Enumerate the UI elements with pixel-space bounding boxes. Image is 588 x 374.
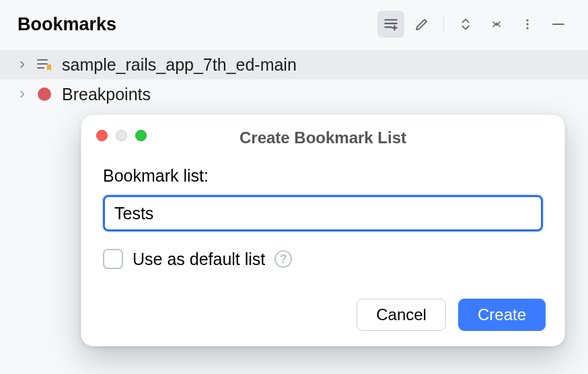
bookmark-list-label: Bookmark list: (103, 166, 543, 186)
kebab-icon (521, 17, 534, 31)
chevron-right-icon (17, 89, 27, 99)
pencil-icon (414, 16, 430, 32)
add-list-button[interactable] (377, 11, 404, 38)
help-icon[interactable]: ? (274, 250, 292, 268)
use-default-label: Use as default list (133, 250, 265, 269)
bookmarks-panel: Bookmarks (0, 0, 588, 374)
tree-item-project[interactable]: sample_rails_app_7th_ed-main (0, 50, 588, 79)
svg-point-12 (38, 87, 51, 101)
window-controls (96, 130, 147, 141)
dialog-button-row: Cancel Create (357, 299, 546, 331)
toolbar-divider (443, 15, 444, 33)
expand-collapse-button[interactable] (452, 11, 479, 38)
bookmark-list-input[interactable] (103, 195, 543, 231)
window-zoom-button[interactable] (135, 130, 147, 141)
window-close-button[interactable] (96, 130, 108, 141)
close-icon (490, 17, 503, 31)
use-default-checkbox[interactable] (103, 249, 123, 269)
expand-collapse-icon (458, 17, 473, 32)
svg-point-7 (526, 27, 528, 29)
more-options-button[interactable] (514, 11, 541, 38)
dialog-body: Bookmark list: Use as default list ? (81, 153, 564, 269)
tree-item-label: sample_rails_app_7th_ed-main (62, 55, 297, 75)
minimize-icon (550, 16, 566, 32)
create-button[interactable]: Create (458, 299, 546, 331)
cancel-button[interactable]: Cancel (357, 299, 446, 331)
bookmark-list-icon (35, 55, 54, 74)
breakpoint-icon (35, 85, 54, 104)
panel-title: Bookmarks (17, 14, 116, 35)
tree-item-label: Breakpoints (62, 85, 151, 104)
create-bookmark-list-dialog: Create Bookmark List Bookmark list: Use … (81, 114, 565, 346)
panel-header: Bookmarks (0, 0, 588, 46)
hide-panel-button[interactable] (545, 11, 572, 38)
svg-point-5 (526, 20, 528, 22)
bookmark-tree: sample_rails_app_7th_ed-main Breakpoints (0, 46, 588, 109)
panel-toolbar (377, 11, 572, 38)
dialog-titlebar: Create Bookmark List (81, 115, 564, 153)
edit-button[interactable] (408, 11, 435, 38)
list-add-icon (382, 15, 400, 33)
svg-point-6 (526, 23, 528, 25)
chevron-right-icon (17, 60, 27, 69)
window-minimize-button[interactable] (116, 130, 127, 141)
tree-item-breakpoints[interactable]: Breakpoints (0, 79, 588, 109)
default-list-row: Use as default list ? (103, 249, 543, 269)
dialog-title: Create Bookmark List (95, 128, 551, 147)
collapse-button[interactable] (483, 11, 510, 38)
